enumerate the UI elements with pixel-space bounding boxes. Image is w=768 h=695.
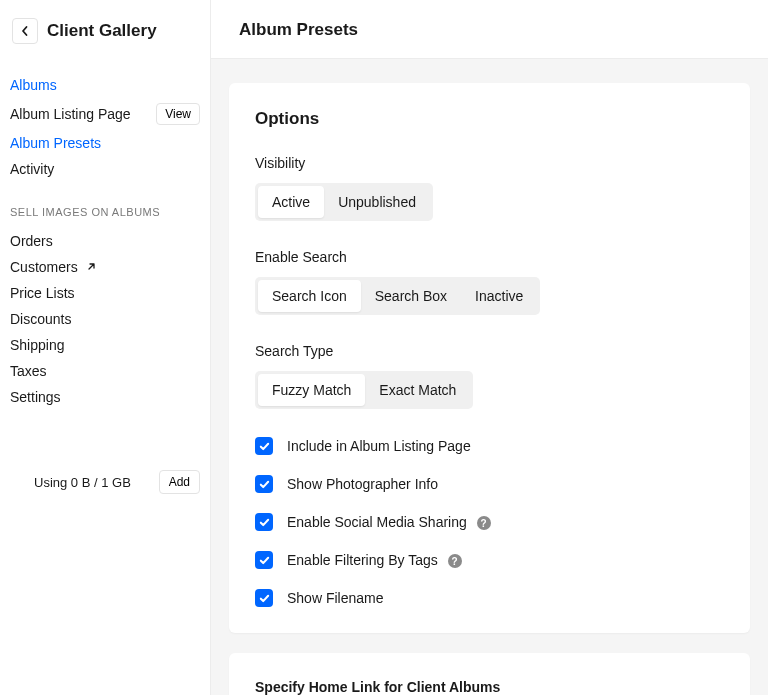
chevron-left-icon [19, 25, 31, 37]
checkbox-label: Include in Album Listing Page [287, 438, 471, 454]
check-icon [259, 555, 270, 566]
sidebar-item-label: Taxes [10, 363, 47, 379]
back-button[interactable] [12, 18, 38, 44]
help-icon[interactable]: ? [477, 516, 491, 530]
sidebar-section-header: Sell Images on Albums [10, 206, 200, 218]
options-card-title: Options [255, 109, 724, 129]
view-button[interactable]: View [156, 103, 200, 125]
sidebar-item-label: Album Presets [10, 135, 101, 151]
visibility-active-button[interactable]: Active [258, 186, 324, 218]
enable-search-group: Enable Search Search Icon Search Box Ina… [255, 249, 724, 315]
sidebar-item-label: Customers [10, 259, 96, 275]
sidebar-item-label: Activity [10, 161, 54, 177]
check-icon [259, 479, 270, 490]
sidebar-item-customers[interactable]: Customers [10, 254, 200, 280]
checkbox-label: Show Photographer Info [287, 476, 438, 492]
checkbox-row-show-filename: Show Filename [255, 589, 724, 607]
storage-row: Using 0 B / 1 GB Add [10, 470, 200, 494]
page-title: Album Presets [239, 20, 768, 40]
checkbox-label: Enable Filtering By Tags ? [287, 552, 462, 569]
sidebar-item-albums[interactable]: Albums [10, 72, 200, 98]
checkbox-label: Enable Social Media Sharing ? [287, 514, 491, 531]
visibility-label: Visibility [255, 155, 724, 171]
checkbox-social-sharing[interactable] [255, 513, 273, 531]
visibility-unpublished-button[interactable]: Unpublished [324, 186, 430, 218]
checkbox-row-filtering-tags: Enable Filtering By Tags ? [255, 551, 724, 569]
sidebar-item-label: Price Lists [10, 285, 75, 301]
sidebar-header: Client Gallery [10, 18, 200, 44]
fuzzy-match-button[interactable]: Fuzzy Match [258, 374, 365, 406]
home-link-heading: Specify Home Link for Client Albums [255, 679, 724, 695]
search-icon-button[interactable]: Search Icon [258, 280, 361, 312]
home-link-card: Specify Home Link for Client Albums The … [229, 653, 750, 695]
search-type-segment: Fuzzy Match Exact Match [255, 371, 473, 409]
sidebar-item-price-lists[interactable]: Price Lists [10, 280, 200, 306]
checkbox-photographer-info[interactable] [255, 475, 273, 493]
search-box-button[interactable]: Search Box [361, 280, 461, 312]
sidebar-item-label: Albums [10, 77, 57, 93]
search-type-group: Search Type Fuzzy Match Exact Match [255, 343, 724, 409]
enable-search-segment: Search Icon Search Box Inactive [255, 277, 540, 315]
options-card: Options Visibility Active Unpublished En… [229, 83, 750, 633]
check-icon [259, 441, 270, 452]
storage-usage-text: Using 0 B / 1 GB [34, 475, 131, 490]
help-icon[interactable]: ? [448, 554, 462, 568]
visibility-segment: Active Unpublished [255, 183, 433, 221]
search-type-label: Search Type [255, 343, 724, 359]
sidebar-item-orders[interactable]: Orders [10, 228, 200, 254]
checkbox-include-listing[interactable] [255, 437, 273, 455]
checkbox-label: Show Filename [287, 590, 384, 606]
sidebar-item-activity[interactable]: Activity [10, 156, 200, 182]
main-header: Album Presets [211, 0, 768, 59]
sidebar: Client Gallery Albums Album Listing Page… [0, 0, 210, 695]
sidebar-item-album-presets[interactable]: Album Presets [10, 130, 200, 156]
check-icon [259, 593, 270, 604]
external-link-icon [86, 259, 96, 275]
sidebar-item-label: Settings [10, 389, 61, 405]
sidebar-item-taxes[interactable]: Taxes [10, 358, 200, 384]
enable-search-label: Enable Search [255, 249, 724, 265]
sidebar-item-shipping[interactable]: Shipping [10, 332, 200, 358]
sidebar-item-label: Discounts [10, 311, 71, 327]
main-body: Options Visibility Active Unpublished En… [211, 59, 768, 695]
sidebar-item-discounts[interactable]: Discounts [10, 306, 200, 332]
sidebar-item-label: Album Listing Page [10, 106, 131, 122]
checkbox-filtering-tags[interactable] [255, 551, 273, 569]
checkbox-row-social-sharing: Enable Social Media Sharing ? [255, 513, 724, 531]
checkbox-row-include-listing: Include in Album Listing Page [255, 437, 724, 455]
check-icon [259, 517, 270, 528]
exact-match-button[interactable]: Exact Match [365, 374, 470, 406]
visibility-group: Visibility Active Unpublished [255, 155, 724, 221]
checkbox-show-filename[interactable] [255, 589, 273, 607]
sidebar-title: Client Gallery [47, 21, 157, 41]
sidebar-item-album-listing-page[interactable]: Album Listing Page View [10, 98, 200, 130]
add-storage-button[interactable]: Add [159, 470, 200, 494]
sidebar-item-label: Orders [10, 233, 53, 249]
sidebar-item-label: Shipping [10, 337, 65, 353]
checkbox-row-photographer-info: Show Photographer Info [255, 475, 724, 493]
sidebar-item-settings[interactable]: Settings [10, 384, 200, 410]
search-inactive-button[interactable]: Inactive [461, 280, 537, 312]
main-area: Album Presets Options Visibility Active … [210, 0, 768, 695]
